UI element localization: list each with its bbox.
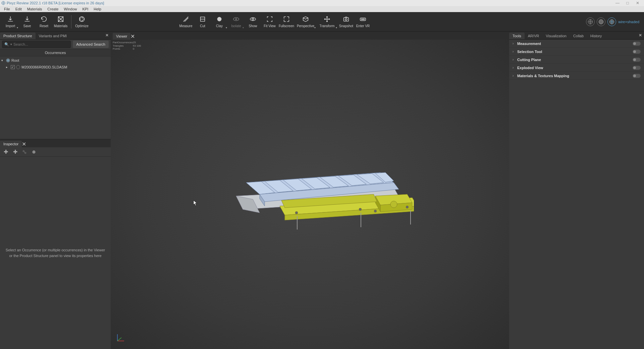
- tree-root-row[interactable]: ▾ Root: [0, 57, 111, 64]
- menu-kpi[interactable]: KPI: [79, 7, 91, 11]
- chevron-down-icon: ▾: [336, 26, 337, 29]
- tab-variants-pmi[interactable]: Variants and PMI: [36, 33, 70, 39]
- viewport-stats: PartOccurrences25 Triangles53 100 Points…: [113, 41, 141, 51]
- search-input[interactable]: 🔍 ▾ Search...: [2, 41, 71, 48]
- filter-dropdown-icon[interactable]: ▾: [10, 43, 12, 46]
- tab-inspector[interactable]: Inspector: [0, 141, 22, 147]
- tab-viewer[interactable]: Viewer: [113, 33, 130, 40]
- svg-point-40: [359, 208, 362, 211]
- reset-button[interactable]: Reset: [36, 13, 52, 31]
- chevron-down-icon: ▾: [17, 26, 18, 29]
- menu-materials[interactable]: Materials: [24, 7, 45, 11]
- perspective-button[interactable]: Perspective ▾: [295, 13, 316, 31]
- close-viewer-button[interactable]: ✕: [130, 33, 135, 40]
- tool-exploded-view[interactable]: › Exploded View: [509, 64, 644, 72]
- occurrences-header: Occurrences: [0, 49, 111, 56]
- menu-file[interactable]: File: [1, 7, 13, 11]
- product-tree: ▾ Root ▸ ✓ M2000066R09DD.SLDASM: [0, 56, 111, 139]
- advanced-search-button[interactable]: Advanced Search: [73, 41, 109, 48]
- chevron-right-icon: ›: [513, 50, 517, 53]
- viewport-3d[interactable]: PartOccurrences25 Triangles53 100 Points…: [111, 40, 509, 349]
- sphere-icon[interactable]: [31, 149, 37, 155]
- snapshot-icon: [342, 15, 350, 23]
- chevron-right-icon: ›: [513, 66, 517, 69]
- close-window-button[interactable]: ✕: [633, 1, 643, 5]
- menu-bar: File Edit Materials Create Window KPI He…: [0, 6, 644, 12]
- snapshot-button[interactable]: Snapshot: [338, 13, 355, 31]
- minimize-button[interactable]: —: [612, 1, 623, 5]
- menu-create[interactable]: Create: [45, 7, 61, 11]
- svg-point-14: [599, 19, 604, 24]
- fit-view-button[interactable]: Fit View: [261, 13, 278, 31]
- clay-button[interactable]: Clay ▾: [211, 13, 228, 31]
- add-alt-icon[interactable]: ✚: [12, 149, 18, 155]
- left-panel: Product Structure Variants and PMI ✕ 🔍 ▾…: [0, 32, 111, 349]
- tab-arvr[interactable]: AR/VR: [525, 33, 543, 39]
- tab-history[interactable]: History: [587, 33, 605, 39]
- menu-help[interactable]: Help: [91, 7, 104, 11]
- toggle-switch[interactable]: [633, 74, 641, 78]
- save-button[interactable]: Save: [19, 13, 36, 31]
- toggle-switch[interactable]: [633, 58, 641, 62]
- toggle-switch[interactable]: [633, 42, 641, 46]
- fullscreen-button[interactable]: Fullscreen: [278, 13, 295, 31]
- chevron-right-icon: ›: [513, 58, 517, 61]
- isolate-button[interactable]: Isolate ▾: [228, 13, 245, 31]
- enter-vr-button[interactable]: Enter VR: [355, 13, 371, 31]
- inspector-panel: Inspector ✕ ✚ ✚ Select an Occurrence (or…: [0, 139, 111, 349]
- visibility-checkbox[interactable]: ✓: [11, 65, 15, 69]
- app-logo-icon: [1, 1, 5, 5]
- search-icon: 🔍: [4, 42, 9, 47]
- tools-list: › Measurement › Selection Tool › Cutting…: [509, 40, 644, 80]
- tool-selection[interactable]: › Selection Tool: [509, 48, 644, 56]
- render-shaded-icon: [597, 17, 605, 26]
- right-tab-row: Tools AR/VR Visualization Collab History…: [509, 32, 644, 40]
- node-icon: [16, 65, 20, 69]
- svg-point-4: [233, 17, 239, 20]
- fullscreen-icon: [283, 15, 290, 23]
- show-button[interactable]: Show: [245, 13, 261, 31]
- tab-product-structure[interactable]: Product Structure: [0, 33, 36, 39]
- optimize-button[interactable]: Optimize: [73, 13, 90, 31]
- tab-visualization[interactable]: Visualization: [542, 33, 570, 39]
- toggle-switch[interactable]: [633, 50, 641, 54]
- close-panel-button[interactable]: ✕: [105, 33, 109, 38]
- tool-cutting-plane[interactable]: › Cutting Plane: [509, 56, 644, 64]
- close-inspector-button[interactable]: ✕: [22, 141, 26, 147]
- materials-button[interactable]: Materials: [52, 13, 69, 31]
- render-mode-selector[interactable]: wire+shaded: [586, 17, 642, 26]
- add-icon[interactable]: ✚: [3, 149, 9, 155]
- chevron-down-icon: ▾: [226, 26, 227, 29]
- maximize-button[interactable]: □: [623, 1, 633, 5]
- tool-materials-textures[interactable]: › Materials & Textures Mapping: [509, 72, 644, 80]
- main-toolbar: Import ▾ Save Reset Materials Optimize M…: [0, 12, 644, 32]
- menu-window[interactable]: Window: [61, 7, 79, 11]
- toggle-switch[interactable]: [633, 66, 641, 70]
- expand-icon[interactable]: ▸: [6, 65, 9, 69]
- left-tab-row: Product Structure Variants and PMI ✕: [0, 32, 111, 40]
- close-right-panel-button[interactable]: ✕: [639, 33, 642, 38]
- svg-point-12: [363, 19, 365, 20]
- node-icon: [6, 58, 10, 62]
- transform-button[interactable]: Transform ▾: [316, 13, 338, 31]
- svg-point-3: [217, 17, 222, 21]
- import-button[interactable]: Import ▾: [2, 13, 19, 31]
- svg-point-9: [345, 18, 347, 20]
- inspector-hint: Select an Occurrence (or multiple occurr…: [0, 247, 111, 258]
- import-icon: [7, 15, 14, 23]
- svg-point-7: [252, 18, 254, 20]
- collapse-icon[interactable]: ▾: [1, 59, 5, 62]
- tool-measurement[interactable]: › Measurement: [509, 40, 644, 48]
- svg-point-11: [361, 19, 363, 20]
- menu-edit[interactable]: Edit: [13, 7, 24, 11]
- measure-button[interactable]: Measure: [177, 13, 194, 31]
- chevron-down-icon: ▾: [314, 26, 316, 29]
- tree-child-row[interactable]: ▸ ✓ M2000066R09DD.SLDASM: [0, 64, 111, 70]
- tab-collab[interactable]: Collab: [570, 33, 587, 39]
- toolbar-separator: [71, 15, 71, 29]
- link-icon[interactable]: [21, 149, 28, 155]
- cut-button[interactable]: Cut: [194, 13, 211, 31]
- tab-tools[interactable]: Tools: [509, 33, 525, 39]
- render-wireframe-icon: [586, 17, 595, 26]
- svg-point-18: [32, 150, 35, 153]
